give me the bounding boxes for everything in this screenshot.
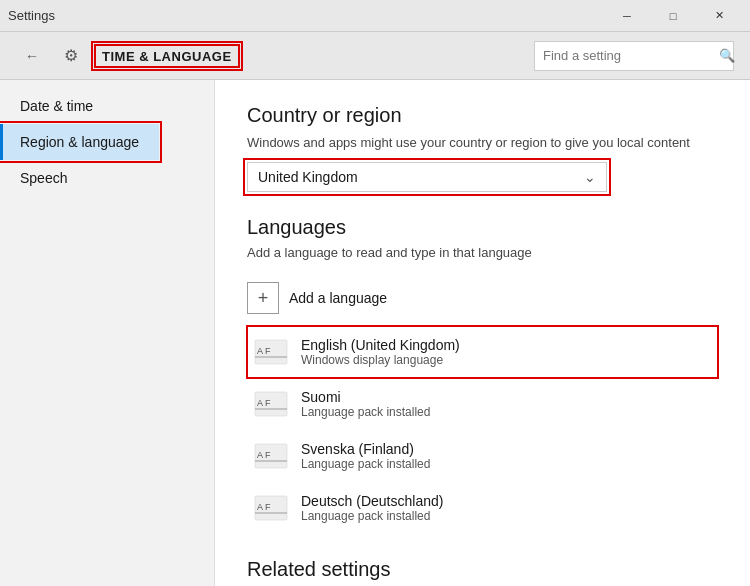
svg-rect-3: [255, 356, 287, 358]
svg-text:A: A: [257, 346, 263, 356]
lang-status-english-uk: Windows display language: [301, 353, 460, 367]
svg-text:F: F: [265, 346, 271, 356]
lang-name-deutsch: Deutsch (Deutschland): [301, 493, 443, 509]
close-button[interactable]: ✕: [696, 0, 742, 32]
title-bar-left: Settings: [8, 8, 55, 23]
related-settings: Related settings Additional date, time &…: [247, 558, 718, 586]
search-box[interactable]: 🔍: [534, 41, 734, 71]
language-item-deutsch[interactable]: A F Deutsch (Deutschland) Language pack …: [247, 482, 718, 534]
add-icon: +: [247, 282, 279, 314]
country-dropdown[interactable]: United Kingdom ⌄: [247, 162, 607, 192]
language-item-svenska[interactable]: A F Svenska (Finland) Language pack inst…: [247, 430, 718, 482]
language-icon-deutsch: A F: [253, 490, 289, 526]
languages-title: Languages: [247, 216, 718, 239]
language-icon-english-uk: A F: [253, 334, 289, 370]
sidebar-item-speech[interactable]: Speech: [0, 160, 214, 196]
title-bar: Settings ─ □ ✕: [0, 0, 750, 32]
lang-name-suomi: Suomi: [301, 389, 430, 405]
languages-section: Languages Add a language to read and typ…: [247, 216, 718, 534]
maximize-button[interactable]: □: [650, 0, 696, 32]
app-title-box: TIME & LANGUAGE: [94, 44, 240, 68]
language-item-suomi[interactable]: A F Suomi Language pack installed: [247, 378, 718, 430]
svg-rect-11: [255, 460, 287, 462]
country-value: United Kingdom: [258, 169, 358, 185]
svg-text:F: F: [265, 450, 271, 460]
lang-name-english-uk: English (United Kingdom): [301, 337, 460, 353]
minimize-button[interactable]: ─: [604, 0, 650, 32]
languages-desc: Add a language to read and type in that …: [247, 245, 718, 260]
language-item-english-uk[interactable]: A F English (United Kingdom) Windows dis…: [247, 326, 718, 378]
lang-status-svenska: Language pack installed: [301, 457, 430, 471]
app-header: ← ⚙ TIME & LANGUAGE 🔍: [0, 32, 750, 80]
country-section-desc: Windows and apps might use your country …: [247, 135, 718, 150]
lang-name-svenska: Svenska (Finland): [301, 441, 430, 457]
svg-text:A: A: [257, 398, 263, 408]
svg-rect-7: [255, 408, 287, 410]
country-section-title: Country or region: [247, 104, 718, 127]
svg-rect-15: [255, 512, 287, 514]
search-icon: 🔍: [719, 41, 735, 71]
add-language-label: Add a language: [289, 290, 387, 306]
add-language-button[interactable]: + Add a language: [247, 274, 718, 322]
title-bar-title: Settings: [8, 8, 55, 23]
sidebar-item-region-language[interactable]: Region & language: [0, 124, 159, 160]
gear-icon: ⚙: [64, 46, 78, 65]
language-icon-svenska: A F: [253, 438, 289, 474]
svg-text:F: F: [265, 502, 271, 512]
svg-text:F: F: [265, 398, 271, 408]
main-layout: Date & time Region & language Speech Cou…: [0, 80, 750, 586]
title-bar-controls: ─ □ ✕: [604, 0, 742, 32]
svg-text:A: A: [257, 450, 263, 460]
lang-status-suomi: Language pack installed: [301, 405, 430, 419]
language-icon-suomi: A F: [253, 386, 289, 422]
content-area: Country or region Windows and apps might…: [215, 80, 750, 586]
back-arrow-icon: ←: [25, 48, 39, 64]
back-button[interactable]: ←: [16, 40, 48, 72]
dropdown-arrow-icon: ⌄: [584, 169, 596, 185]
app-title: TIME & LANGUAGE: [102, 49, 232, 64]
country-section: Country or region Windows and apps might…: [247, 104, 718, 192]
lang-status-deutsch: Language pack installed: [301, 509, 443, 523]
search-input[interactable]: [535, 48, 719, 63]
sidebar: Date & time Region & language Speech: [0, 80, 215, 586]
sidebar-item-date-time[interactable]: Date & time: [0, 88, 214, 124]
related-settings-title: Related settings: [247, 558, 718, 581]
svg-text:A: A: [257, 502, 263, 512]
